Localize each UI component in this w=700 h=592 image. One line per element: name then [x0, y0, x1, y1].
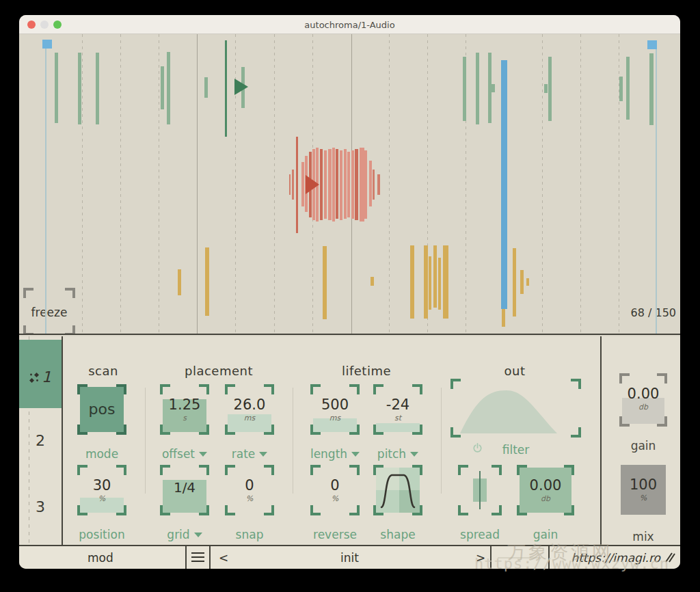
viz-bar — [161, 66, 164, 109]
grid-line-dashed — [120, 34, 121, 335]
section-title-placement: placement — [185, 364, 253, 378]
viz-bar — [320, 149, 323, 220]
rate-control[interactable]: 26.0 ms — [228, 387, 271, 432]
titlebar: autochroma/1-Audio — [19, 15, 680, 34]
tab1-grain-icon — [29, 372, 40, 384]
viz-bar — [178, 269, 181, 295]
section-divider — [441, 388, 442, 494]
green-playhead — [234, 79, 248, 95]
viz-bar — [501, 60, 507, 309]
spread-axis — [479, 471, 481, 509]
viz-bar — [520, 270, 524, 294]
viz-bar — [351, 150, 354, 219]
viz-bar — [373, 170, 375, 200]
viz-bar — [526, 278, 529, 286]
section-title-out: out — [504, 364, 526, 378]
viz-bar — [360, 148, 364, 221]
grid-line-dashed — [159, 34, 159, 335]
viz-bar — [476, 53, 479, 124]
length-control[interactable]: 500 ms — [313, 387, 357, 432]
viz-bar — [289, 174, 291, 195]
freeze-button[interactable]: freeze — [26, 291, 72, 333]
viz-bar — [292, 170, 294, 200]
viz-bar — [438, 258, 441, 310]
viz-bar — [336, 149, 338, 219]
loop-marker[interactable] — [42, 40, 52, 49]
pitch-control[interactable]: -24 st — [376, 387, 420, 432]
viz-bar — [347, 152, 350, 217]
master-gain-label: gain — [575, 439, 680, 453]
grid-line-dashed — [274, 34, 275, 335]
grid-control[interactable]: 1/4 — [163, 468, 206, 513]
grid-line-solid — [197, 34, 198, 335]
position-control[interactable]: 30 % — [80, 468, 124, 513]
viz-bar — [548, 57, 552, 121]
viz-bar — [225, 40, 227, 137]
filter-curve — [453, 381, 578, 435]
viz-bar — [78, 53, 81, 124]
viz-bar — [204, 77, 208, 98]
viz-bar — [649, 53, 654, 125]
viz-bar — [424, 245, 428, 319]
viz-bar — [328, 149, 332, 220]
section-title-lifetime: lifetime — [342, 364, 391, 378]
window-title: autochroma/1-Audio — [19, 20, 680, 30]
red-playhead — [306, 175, 319, 194]
filter-control[interactable] — [453, 381, 578, 435]
viz-bar — [324, 150, 327, 219]
grid-line-dashed — [580, 34, 581, 335]
section-divider — [293, 388, 293, 494]
viz-bar — [344, 149, 347, 219]
grid-line-dashed — [542, 34, 543, 335]
filter-label: filter — [448, 443, 584, 457]
viz-bar — [296, 137, 298, 233]
shape-control[interactable] — [376, 468, 420, 513]
viz-bar — [301, 162, 304, 206]
grid-line-dashed — [389, 34, 390, 335]
mode-control[interactable]: pos — [80, 387, 124, 432]
grain-visualization[interactable]: freeze 68 / 150 — [19, 34, 680, 335]
viz-bar — [323, 246, 327, 319]
viz-bar — [544, 84, 548, 93]
loop-marker[interactable] — [647, 40, 657, 49]
reverse-control[interactable]: 0 % — [313, 468, 357, 513]
viz-bar — [364, 150, 367, 219]
watermark-url: https://www.wxzyw.cn — [474, 555, 669, 572]
viz-bar — [492, 84, 495, 92]
viz-bar — [443, 245, 448, 319]
plugin-window: autochroma/1-Audio freeze 68 / 150 1 2 — [19, 15, 680, 569]
pitch-label[interactable]: pitch — [329, 447, 466, 461]
viz-bar — [371, 277, 374, 286]
viz-bar — [619, 77, 623, 101]
viz-bar — [377, 174, 380, 195]
snap-control[interactable]: 0 % — [228, 468, 271, 513]
mix-control[interactable]: 100 % — [621, 465, 666, 515]
freeze-label: freeze — [26, 306, 72, 319]
viz-bar — [429, 256, 431, 310]
viz-bar — [96, 53, 99, 124]
viz-bar — [513, 248, 516, 317]
marker-line — [656, 49, 657, 335]
viz-bar — [463, 57, 466, 121]
screen: autochroma/1-Audio freeze 68 / 150 1 2 — [0, 0, 700, 592]
viz-bar — [355, 149, 358, 220]
offset-control[interactable]: 1.25 s — [163, 387, 206, 432]
section-divider — [145, 388, 146, 494]
viz-bar — [167, 52, 170, 124]
grid-line-dashed — [82, 34, 83, 335]
tab-divider — [62, 336, 63, 545]
marker-line — [45, 49, 46, 335]
viz-bar — [332, 148, 335, 221]
viz-bar — [55, 53, 58, 123]
tab-1[interactable]: 1 — [19, 340, 62, 408]
viz-bar — [433, 245, 437, 308]
control-panel: 1 2 3 scan placement lifetime out pos mo… — [19, 336, 680, 545]
viz-bar — [410, 245, 414, 319]
section-title-scan: scan — [88, 364, 118, 378]
out-gain-control[interactable]: 0.00 db — [520, 468, 571, 513]
spread-control[interactable] — [461, 468, 499, 513]
master-gain-control[interactable]: 0.00 db — [622, 376, 664, 424]
viz-bar — [205, 247, 209, 316]
viz-bar — [369, 161, 372, 206]
viz-bar — [626, 57, 630, 120]
